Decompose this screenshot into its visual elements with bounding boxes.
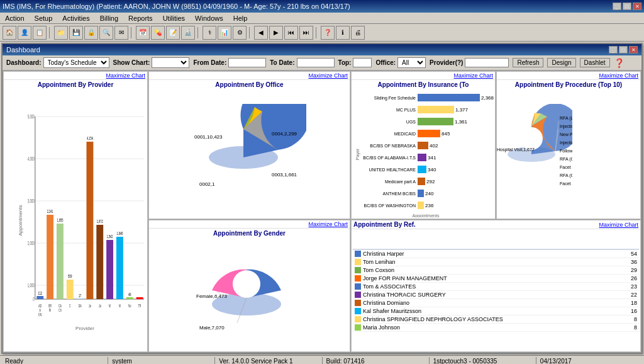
toolbar-btn-21[interactable]: ℹ bbox=[336, 26, 350, 40]
svg-rect-25 bbox=[106, 240, 113, 299]
chart-office-header: Maximize Chart bbox=[149, 72, 350, 80]
ins-label-5: BC/BS OF NEBRASKA bbox=[358, 144, 418, 148]
provider-y-axis-title: Appointments bbox=[18, 205, 23, 236]
toolbar-btn-12[interactable]: 🔬 bbox=[181, 26, 195, 40]
design-button[interactable]: Design bbox=[547, 58, 575, 67]
dashboard-select[interactable]: Today's Schedule bbox=[43, 57, 109, 68]
toolbar-sep-1 bbox=[49, 27, 52, 38]
ref-color-2 bbox=[355, 259, 361, 265]
ins-val-5: 402 bbox=[430, 143, 438, 149]
toolbar-btn-9[interactable]: 📅 bbox=[136, 26, 150, 40]
svg-text:1,972: 1,972 bbox=[97, 218, 103, 224]
ins-bar-3 bbox=[418, 118, 453, 125]
toolbar-btn-4[interactable]: 📁 bbox=[54, 26, 68, 40]
status-ready: Ready bbox=[3, 358, 106, 364]
ins-bar-5 bbox=[418, 142, 428, 149]
svg-text:Injection Basic,20: Injection Basic,20 bbox=[560, 124, 572, 129]
dashlet-button[interactable]: Dashlet bbox=[580, 58, 610, 67]
ins-val-8: 292 bbox=[426, 179, 435, 185]
maximize-button[interactable]: □ bbox=[623, 3, 631, 10]
toolbar-btn-16[interactable]: ◀ bbox=[254, 26, 268, 40]
toolbar-btn-8[interactable]: ✉ bbox=[114, 26, 128, 40]
svg-text:No: No bbox=[128, 303, 131, 308]
toolbar-btn-17[interactable]: ▶ bbox=[269, 26, 283, 40]
chart-appointment-by-provider: Maximize Chart Appointment By Provider A… bbox=[3, 71, 148, 352]
menu-help[interactable]: Help bbox=[231, 14, 250, 22]
office-pie-svg: 0001,10,423 0004,2,299 0003,1,661 0002,1 bbox=[193, 104, 306, 205]
to-date-input[interactable]: 04/13/17 bbox=[297, 58, 335, 67]
maximize-gender-link[interactable]: Maximize Chart bbox=[308, 221, 348, 227]
ref-row-2: Tom Lenihan 36 bbox=[353, 258, 639, 266]
svg-text:C: C bbox=[69, 303, 71, 308]
top-label: Top: bbox=[338, 59, 352, 66]
show-chart-select[interactable] bbox=[152, 57, 189, 68]
toolbar-btn-15[interactable]: ⚙ bbox=[233, 26, 247, 40]
menu-utilities[interactable]: Utilities bbox=[160, 14, 187, 22]
chart-office-content: 0001,10,423 0004,2,299 0003,1,661 0002,1 bbox=[149, 89, 350, 219]
provider-input[interactable]: All bbox=[465, 58, 509, 67]
toolbar-btn-14[interactable]: 📊 bbox=[218, 26, 231, 40]
chart-appointment-by-office: Maximize Chart Appointment By Office bbox=[148, 71, 350, 219]
maximize-ref-link[interactable]: Maximize Chart bbox=[599, 222, 638, 228]
toolbar-btn-20[interactable]: ❓ bbox=[321, 26, 335, 40]
status-div-2 bbox=[214, 357, 215, 365]
menu-billing[interactable]: Billing bbox=[97, 14, 121, 22]
toolbar-btn-22[interactable]: 🖨 bbox=[351, 26, 365, 40]
minimize-button[interactable]: _ bbox=[613, 3, 621, 10]
office-select[interactable]: All bbox=[397, 57, 426, 68]
help-icon[interactable]: ❓ bbox=[614, 58, 625, 68]
chart-procedure-title: Appointment By Procedure (Top 10) bbox=[497, 80, 640, 89]
ins-label-4: MEDICAID bbox=[358, 132, 418, 136]
ins-row-5: BC/BS OF NEBRASKA 402 bbox=[358, 140, 494, 151]
svg-rect-20 bbox=[57, 224, 64, 299]
toolbar-btn-1[interactable]: 🏠 bbox=[3, 26, 16, 40]
ref-name-5: Tom & ASSOCIATES bbox=[363, 283, 621, 290]
maximize-office-link[interactable]: Maximize Chart bbox=[308, 72, 348, 79]
dashboard-close-btn[interactable]: ✕ bbox=[629, 46, 638, 54]
ins-row-10: BC/BS OF WASHINGTON 236 bbox=[358, 200, 494, 211]
toolbar-btn-2[interactable]: 👤 bbox=[18, 26, 31, 40]
from-date-label: From Date: bbox=[193, 59, 226, 66]
toolbar-btn-11[interactable]: 📝 bbox=[166, 26, 180, 40]
chart-insurance-title: Appointment By Insurance (To bbox=[352, 80, 495, 89]
menu-reports[interactable]: Reports bbox=[126, 14, 155, 22]
menu-setup[interactable]: Setup bbox=[32, 14, 55, 22]
office-group: Office: All bbox=[375, 57, 426, 68]
svg-text:509: 509 bbox=[68, 273, 72, 278]
svg-point-55 bbox=[520, 127, 543, 150]
ins-row-1: Sliding Fee Schedule 2,368 bbox=[358, 92, 494, 103]
toolbar-btn-10[interactable]: 💊 bbox=[151, 26, 165, 40]
top-input[interactable]: 10 bbox=[353, 58, 372, 67]
toolbar-btn-19[interactable]: ⏭ bbox=[299, 26, 313, 40]
svg-rect-27 bbox=[126, 297, 133, 299]
maximize-procedure-link[interactable]: Maximize Chart bbox=[599, 72, 638, 79]
maximize-insurance-link[interactable]: Maximize Chart bbox=[453, 72, 493, 79]
menu-action[interactable]: Action bbox=[3, 14, 27, 22]
dashboard-minimize-btn[interactable]: _ bbox=[609, 46, 618, 54]
insurance-bars-container: Sliding Fee Schedule 2,368 MC PLUS 1,377… bbox=[353, 91, 494, 217]
toolbar-btn-3[interactable]: 📋 bbox=[33, 26, 47, 40]
menu-activities[interactable]: Activities bbox=[60, 14, 92, 22]
toolbar-btn-18[interactable]: ⏮ bbox=[284, 26, 298, 40]
dashboard-maximize-btn[interactable]: □ bbox=[619, 46, 628, 54]
svg-text:17: 17 bbox=[79, 292, 82, 298]
svg-text:0001,10,423: 0001,10,423 bbox=[194, 134, 223, 140]
maximize-provider-link[interactable]: Maximize Chart bbox=[106, 72, 145, 79]
toolbar-btn-13[interactable]: ⚕ bbox=[203, 26, 216, 40]
ref-row-8: Kal Shafer Mauritzsson 16 bbox=[353, 307, 639, 316]
svg-text:0002,1: 0002,1 bbox=[199, 181, 215, 187]
ref-count-10: 8 bbox=[621, 324, 637, 331]
status-div-3 bbox=[322, 357, 323, 365]
from-date-input[interactable]: 04/13/08 bbox=[228, 58, 266, 67]
status-build: Build: 071416 bbox=[324, 358, 428, 364]
toolbar: 🏠 👤 📋 📁 💾 🔒 🔍 ✉ 📅 💊 📝 🔬 ⚕ 📊 ⚙ ◀ ▶ ⏮ ⏭ ❓ … bbox=[0, 24, 644, 42]
close-button[interactable]: ✕ bbox=[633, 3, 641, 10]
ref-count-7: 18 bbox=[621, 300, 637, 306]
toolbar-btn-7[interactable]: 🔍 bbox=[99, 26, 113, 40]
dashboard-win-controls: _ □ ✕ bbox=[609, 46, 638, 54]
toolbar-btn-6[interactable]: 🔒 bbox=[84, 26, 98, 40]
dashboard-window: Dashboard _ □ ✕ Dashboard: Today's Sched… bbox=[1, 43, 643, 354]
menu-windows[interactable]: Windows bbox=[192, 14, 226, 22]
toolbar-btn-5[interactable]: 💾 bbox=[69, 26, 83, 40]
refresh-button[interactable]: Refresh bbox=[513, 58, 543, 67]
